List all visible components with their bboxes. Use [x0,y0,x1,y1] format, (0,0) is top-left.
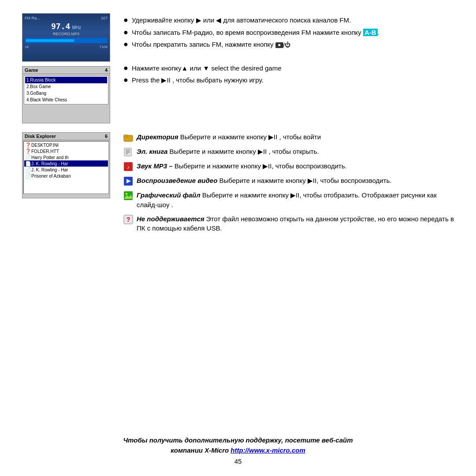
file-icon-doc-1: 📄 [25,155,30,160]
fm-freq-unit: MHz [72,25,81,30]
instruction-game-select: ● Нажмите кнопку▲ или ▼ select the desir… [123,63,454,73]
svg-rect-2 [124,148,131,156]
instruction-fm-seek: ● Удерживайте кнопку ▶ или ◀ для автомат… [123,15,454,25]
desc-unsupported-text: Не поддерживается Этот файл невозможно о… [137,214,454,234]
desc-ebook-text: Эл. книга Выберите и нажмите кнопку ▶II … [137,147,319,156]
fm-bottom: 18 T106 [25,45,108,49]
file-icon-doc-4: 📄 [25,173,30,178]
disk-item-jk-rowling-2: 📄 J. K. Rowling - Har [24,167,108,173]
svg-text:?: ? [126,216,130,223]
footer-text: Чтобы получить дополнительную поддержку,… [22,435,454,455]
ab-button-highlight: A-B [363,29,378,36]
disk-item-label: J. K. Rowling - Har [31,167,68,172]
game-item-2: 2.Box Game [25,83,107,90]
disk-item-jk-rowling-1: 📄 J. K. Rowling - Har [24,160,108,167]
file-icon-unknown-2: ❓ [25,149,30,154]
game-list: 1.Russia Block 2.Box Game 3.GoBang 4.Bla… [24,75,108,104]
desc-directory-text: Директория Выберите и нажмите кнопку ▶II… [137,132,321,142]
page-number: 45 [22,457,454,465]
ebook-icon [123,147,133,157]
desc-mp3: ♪ Звук MP3 – Выберите и нажмите кнопку ▶… [123,161,454,171]
fm-frequency: 97.4 [51,22,70,31]
fm-bottom-left: 18 [25,45,29,49]
footer-link[interactable]: http://www.x-micro.com [231,446,305,454]
instruction-game-press-text: Press the ▶II , чтобы выбрать нужную игр… [132,75,264,85]
disk-explorer-column: Disk Explorer 6 ❓ DESKTOP.INI ❓ FOLDER.H… [22,132,115,238]
disk-item-folder-htt: ❓ FOLDER.HTT [24,148,108,154]
desc-unsupported-title: Не поддерживается [137,215,205,223]
desc-video-title: Воспроизведение видео [137,177,217,184]
bullet-dot-5: ● [123,75,128,85]
file-icon-unknown-1: ❓ [25,142,30,148]
disk-item-label: Prisoner of Azkaban [31,174,71,178]
instruction-fm-stop: ● Чтобы прекратить запись FM, нажмите кн… [123,40,454,49]
instruction-game-select-text: Нажмите кнопку▲ или ▼ select the desired… [132,63,282,73]
disk-number: 6 [105,134,108,139]
instruction-fm-record-text: Чтобы записать FM-радио, во время воспро… [132,28,379,37]
game-title: Game [25,67,38,73]
desc-mp3-title: Звук MP3 – [137,162,173,170]
game-item-1: 1.Russia Block [25,77,107,83]
desc-ebook: Эл. книга Выберите и нажмите кнопку ▶II … [123,147,454,157]
desc-directory: Директория Выберите и нажмите кнопку ▶II… [123,132,454,142]
image-icon [123,191,133,201]
game-item-3: 3.GoBang [25,90,107,97]
fm-progress-fill [26,39,74,42]
svg-point-12 [126,193,127,195]
disk-item-label: Harry Potter and th [31,155,68,160]
fm-progress-bar [25,38,108,43]
folder-icon [123,133,133,142]
desc-unsupported: ? Не поддерживается Этот файл невозможно… [123,214,454,234]
desc-image-text: Графический файл Выберите и нажмите кноп… [137,190,454,210]
descriptions-column: Директория Выберите и нажмите кнопку ▶II… [123,132,454,238]
desc-ebook-title: Эл. книга [137,148,167,155]
disk-item-label: J. K. Rowling - Har [31,161,68,166]
mp3-icon: ♪ [123,162,133,171]
instruction-game-press: ● Press the ▶II , чтобы выбрать нужную и… [123,75,454,85]
disk-item-harry-potter: 📄 Harry Potter and th [24,154,108,160]
svg-text:♪: ♪ [127,164,130,170]
top-section: FM Ra... 107 97.4 MHz RECORD.MP3 18 T106 [22,13,454,123]
power-icon: /⏻ [283,41,291,48]
game-screen: Game 4 1.Russia Block 2.Box Game 3.GoBan… [22,66,110,123]
fm-top-bar: FM Ra... 107 [25,16,108,20]
top-instructions: ● Удерживайте кнопку ▶ или ◀ для автомат… [123,13,454,123]
screenshots-column: FM Ra... 107 97.4 MHz RECORD.MP3 18 T106 [22,13,115,123]
file-icon-doc-3: 📄 [25,167,30,172]
disk-title-bar: Disk Explorer 6 [22,133,110,140]
disk-file-list: ❓ DESKTOP.INI ❓ FOLDER.HTT 📄 Harry Potte… [23,141,109,194]
desc-image-title: Графический файл [137,191,201,199]
lower-section: Disk Explorer 6 ❓ DESKTOP.INI ❓ FOLDER.H… [22,132,454,238]
footer: Чтобы получить дополнительную поддержку,… [22,435,454,465]
svg-rect-1 [124,135,128,137]
unsupported-icon: ? [123,215,133,224]
instruction-fm-seek-text: Удерживайте кнопку ▶ или ◀ для автоматич… [132,15,351,25]
bullet-dot: ● [123,15,128,25]
disk-item-label: FOLDER.HTT [31,149,59,154]
file-icon-doc-2: 📄 [25,161,30,166]
fm-radio-screen: FM Ra... 107 97.4 MHz RECORD.MP3 18 T106 [22,13,110,62]
bullet-dot-3: ● [123,40,128,49]
desc-directory-title: Директория [137,133,178,141]
desc-mp3-text: Звук MP3 – Выберите и нажмите кнопку ▶II… [137,161,347,171]
disk-item-prisoner: 📄 Prisoner of Azkaban [24,173,108,179]
disk-item-label: DESKTOP.INI [31,143,59,148]
disk-title: Disk Explorer [25,134,56,139]
disk-item-desktop-ini: ❓ DESKTOP.INI [24,142,108,148]
game-title-bar: Game 4 [22,67,110,74]
fm-bottom-right: T106 [100,45,108,49]
video-icon [123,176,133,186]
game-item-4: 4.Black White Chess [25,97,107,103]
game-number: 4 [105,67,108,73]
desc-video: Воспроизведение видео Выберите и нажмите… [123,176,454,186]
instruction-fm-stop-text: Чтобы прекратить запись FM, нажмите кноп… [132,40,291,49]
bullet-dot-4: ● [123,63,128,73]
fm-label: FM Ra... [25,16,40,20]
instruction-fm-record: ● Чтобы записать FM-радио, во время восп… [123,28,454,37]
disk-explorer-screen: Disk Explorer 6 ❓ DESKTOP.INI ❓ FOLDER.H… [22,132,110,198]
fm-number: 107 [101,16,108,20]
footer-line1: Чтобы получить дополнительную поддержку,… [123,436,353,444]
bullet-dot-2: ● [123,28,128,37]
stop-icon: ■ [275,42,283,48]
desc-image: Графический файл Выберите и нажмите кноп… [123,190,454,210]
